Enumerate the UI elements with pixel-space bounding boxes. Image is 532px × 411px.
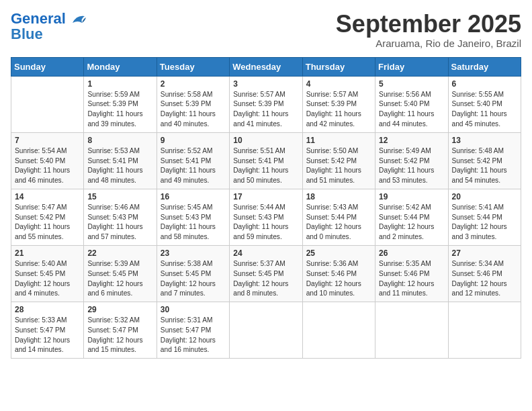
calendar-cell: 6Sunrise: 5:55 AM Sunset: 5:40 PM Daylig…	[448, 76, 521, 132]
day-number: 20	[452, 192, 517, 201]
day-number: 15	[87, 192, 152, 201]
day-info: Sunrise: 5:33 AM Sunset: 5:47 PM Dayligh…	[15, 316, 80, 355]
calendar-cell: 16Sunrise: 5:45 AM Sunset: 5:43 PM Dayli…	[157, 189, 229, 245]
calendar-cell	[375, 302, 448, 359]
day-number: 9	[161, 136, 226, 145]
weekday-header: Thursday	[302, 57, 375, 76]
weekday-header: Saturday	[448, 57, 521, 76]
calendar-cell: 30Sunrise: 5:31 AM Sunset: 5:47 PM Dayli…	[157, 302, 229, 359]
day-number: 8	[87, 136, 152, 145]
day-number: 18	[306, 192, 371, 201]
day-info: Sunrise: 5:43 AM Sunset: 5:44 PM Dayligh…	[306, 203, 371, 242]
calendar-cell: 3Sunrise: 5:57 AM Sunset: 5:39 PM Daylig…	[230, 76, 302, 132]
calendar-week-row: 28Sunrise: 5:33 AM Sunset: 5:47 PM Dayli…	[11, 302, 521, 359]
day-info: Sunrise: 5:40 AM Sunset: 5:45 PM Dayligh…	[15, 259, 80, 299]
day-info: Sunrise: 5:53 AM Sunset: 5:41 PM Dayligh…	[87, 146, 152, 186]
weekday-header: Tuesday	[157, 57, 229, 76]
page-header: General Blue September 2025 Araruama, Ri…	[11, 11, 521, 49]
calendar-cell: 28Sunrise: 5:33 AM Sunset: 5:47 PM Dayli…	[11, 302, 84, 359]
calendar-cell	[448, 302, 521, 359]
weekday-header: Friday	[375, 57, 448, 76]
day-info: Sunrise: 5:31 AM Sunset: 5:47 PM Dayligh…	[161, 316, 226, 355]
day-number: 30	[161, 305, 226, 314]
day-number: 2	[161, 79, 226, 89]
day-info: Sunrise: 5:59 AM Sunset: 5:39 PM Dayligh…	[87, 90, 152, 130]
calendar-cell: 20Sunrise: 5:41 AM Sunset: 5:44 PM Dayli…	[448, 189, 521, 245]
weekday-header: Wednesday	[230, 57, 302, 76]
day-info: Sunrise: 5:42 AM Sunset: 5:44 PM Dayligh…	[379, 203, 444, 242]
day-info: Sunrise: 5:51 AM Sunset: 5:41 PM Dayligh…	[233, 146, 298, 186]
calendar-cell: 13Sunrise: 5:48 AM Sunset: 5:42 PM Dayli…	[448, 132, 521, 189]
day-number: 17	[233, 192, 298, 201]
logo-bird-icon	[71, 13, 86, 26]
calendar-cell: 24Sunrise: 5:37 AM Sunset: 5:45 PM Dayli…	[230, 245, 302, 302]
calendar-cell	[302, 302, 375, 359]
calendar-cell: 1Sunrise: 5:59 AM Sunset: 5:39 PM Daylig…	[84, 76, 157, 132]
calendar-cell: 10Sunrise: 5:51 AM Sunset: 5:41 PM Dayli…	[230, 132, 302, 189]
calendar-cell: 8Sunrise: 5:53 AM Sunset: 5:41 PM Daylig…	[84, 132, 157, 189]
calendar-cell: 4Sunrise: 5:57 AM Sunset: 5:39 PM Daylig…	[302, 76, 375, 132]
day-info: Sunrise: 5:44 AM Sunset: 5:43 PM Dayligh…	[233, 203, 298, 242]
calendar-cell: 11Sunrise: 5:50 AM Sunset: 5:42 PM Dayli…	[302, 132, 375, 189]
day-number: 25	[306, 248, 371, 258]
day-number: 22	[87, 248, 152, 258]
day-number: 23	[161, 248, 226, 258]
calendar-cell: 15Sunrise: 5:46 AM Sunset: 5:43 PM Dayli…	[84, 189, 157, 245]
logo-text: General	[11, 11, 86, 27]
day-number: 3	[233, 79, 298, 89]
day-info: Sunrise: 5:56 AM Sunset: 5:40 PM Dayligh…	[379, 90, 444, 130]
calendar-week-row: 21Sunrise: 5:40 AM Sunset: 5:45 PM Dayli…	[11, 245, 521, 302]
day-number: 26	[379, 248, 444, 258]
calendar-cell: 27Sunrise: 5:34 AM Sunset: 5:46 PM Dayli…	[448, 245, 521, 302]
calendar-cell: 7Sunrise: 5:54 AM Sunset: 5:40 PM Daylig…	[11, 132, 84, 189]
day-info: Sunrise: 5:57 AM Sunset: 5:39 PM Dayligh…	[306, 90, 371, 130]
day-info: Sunrise: 5:55 AM Sunset: 5:40 PM Dayligh…	[452, 90, 517, 130]
calendar-cell: 26Sunrise: 5:35 AM Sunset: 5:46 PM Dayli…	[375, 245, 448, 302]
day-info: Sunrise: 5:50 AM Sunset: 5:42 PM Dayligh…	[306, 146, 371, 186]
day-number: 11	[306, 136, 371, 145]
calendar-table: SundayMondayTuesdayWednesdayThursdayFrid…	[11, 57, 521, 359]
weekday-header: Sunday	[11, 57, 84, 76]
weekday-header: Monday	[84, 57, 157, 76]
calendar-cell	[230, 302, 302, 359]
month-title: September 2025	[336, 11, 521, 38]
day-number: 16	[161, 192, 226, 201]
day-number: 21	[15, 248, 80, 258]
calendar-cell: 14Sunrise: 5:47 AM Sunset: 5:42 PM Dayli…	[11, 189, 84, 245]
day-number: 27	[452, 248, 517, 258]
calendar-cell: 25Sunrise: 5:36 AM Sunset: 5:46 PM Dayli…	[302, 245, 375, 302]
calendar-cell: 12Sunrise: 5:49 AM Sunset: 5:42 PM Dayli…	[375, 132, 448, 189]
location-text: Araruama, Rio de Janeiro, Brazil	[336, 38, 521, 49]
day-number: 28	[15, 305, 80, 314]
day-number: 6	[452, 79, 517, 89]
calendar-cell: 9Sunrise: 5:52 AM Sunset: 5:41 PM Daylig…	[157, 132, 229, 189]
day-info: Sunrise: 5:49 AM Sunset: 5:42 PM Dayligh…	[379, 146, 444, 186]
day-info: Sunrise: 5:32 AM Sunset: 5:47 PM Dayligh…	[87, 316, 152, 355]
day-info: Sunrise: 5:37 AM Sunset: 5:45 PM Dayligh…	[233, 259, 298, 299]
calendar-cell: 19Sunrise: 5:42 AM Sunset: 5:44 PM Dayli…	[375, 189, 448, 245]
calendar-cell: 23Sunrise: 5:38 AM Sunset: 5:45 PM Dayli…	[157, 245, 229, 302]
day-number: 19	[379, 192, 444, 201]
day-number: 7	[15, 136, 80, 145]
calendar-cell: 21Sunrise: 5:40 AM Sunset: 5:45 PM Dayli…	[11, 245, 84, 302]
day-number: 12	[379, 136, 444, 145]
day-number: 14	[15, 192, 80, 201]
calendar-cell: 5Sunrise: 5:56 AM Sunset: 5:40 PM Daylig…	[375, 76, 448, 132]
day-info: Sunrise: 5:38 AM Sunset: 5:45 PM Dayligh…	[161, 259, 226, 299]
day-info: Sunrise: 5:47 AM Sunset: 5:42 PM Dayligh…	[15, 203, 80, 242]
day-info: Sunrise: 5:45 AM Sunset: 5:43 PM Dayligh…	[161, 203, 226, 242]
day-number: 1	[87, 79, 152, 89]
day-number: 5	[379, 79, 444, 89]
day-number: 10	[233, 136, 298, 145]
day-number: 29	[87, 305, 152, 314]
calendar-cell: 29Sunrise: 5:32 AM Sunset: 5:47 PM Dayli…	[84, 302, 157, 359]
calendar-cell: 17Sunrise: 5:44 AM Sunset: 5:43 PM Dayli…	[230, 189, 302, 245]
calendar-cell	[11, 76, 84, 132]
logo-blue-text: Blue	[11, 26, 43, 42]
day-info: Sunrise: 5:58 AM Sunset: 5:39 PM Dayligh…	[161, 90, 226, 130]
calendar-cell: 22Sunrise: 5:39 AM Sunset: 5:45 PM Dayli…	[84, 245, 157, 302]
day-number: 24	[233, 248, 298, 258]
day-info: Sunrise: 5:34 AM Sunset: 5:46 PM Dayligh…	[452, 259, 517, 299]
calendar-cell: 18Sunrise: 5:43 AM Sunset: 5:44 PM Dayli…	[302, 189, 375, 245]
logo: General Blue	[11, 11, 86, 43]
